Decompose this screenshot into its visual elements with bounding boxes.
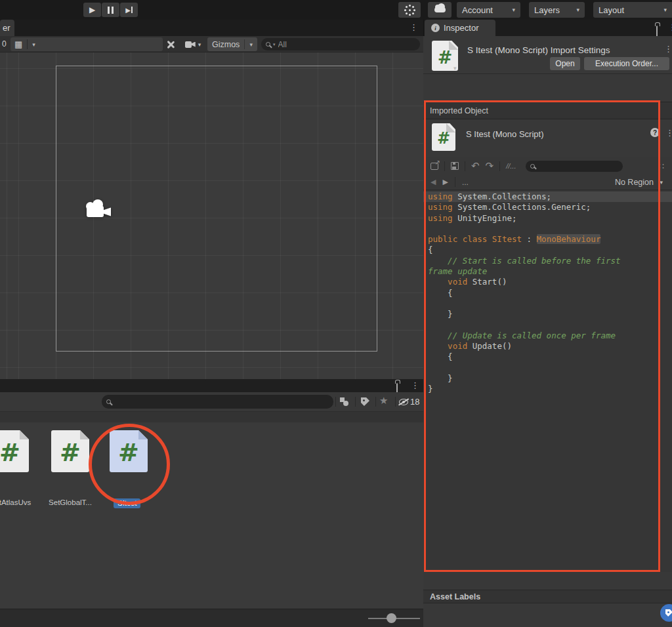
grid-settings-bar[interactable]: ▦ ▾ xyxy=(10,37,163,51)
asset-item-selected[interactable]: # SItest xyxy=(110,430,148,516)
asset-labels-header[interactable]: Asset Labels xyxy=(423,590,672,603)
project-search-input[interactable] xyxy=(114,397,329,407)
chevron-down-icon: ▾ xyxy=(198,41,201,48)
script-file-icon: # xyxy=(0,430,29,472)
left-panel-tab[interactable]: er xyxy=(0,20,14,36)
execution-order-button[interactable]: Execution Order... xyxy=(584,57,669,70)
play-button[interactable]: ▶ xyxy=(83,3,101,17)
divider xyxy=(395,397,396,407)
script-menu-icon[interactable]: ⋮ xyxy=(665,129,672,137)
scene-toolbar: 0 ▦ ▾ ▾ Gizmos ▾ ▾ xyxy=(0,36,423,52)
favorites-star-icon[interactable]: ★ xyxy=(379,395,388,407)
open-external-icon[interactable] xyxy=(430,163,438,170)
pause-button[interactable] xyxy=(102,3,119,17)
open-button[interactable]: Open xyxy=(550,57,580,70)
gizmos-label: Gizmos xyxy=(212,40,240,49)
inspector-header-menu-icon[interactable]: ⋮ xyxy=(664,45,672,53)
scene-search-field[interactable]: ▾ xyxy=(261,38,420,51)
account-dropdown[interactable]: Account ▾ xyxy=(457,2,520,18)
code-search-field[interactable] xyxy=(526,161,623,172)
search-by-label-button[interactable] xyxy=(361,397,369,406)
search-by-type-button[interactable] xyxy=(340,397,348,406)
left-panel-tab-label: er xyxy=(3,23,10,33)
divider xyxy=(335,397,336,407)
ellipsis-button[interactable]: ... xyxy=(462,178,469,187)
pause-icon xyxy=(108,7,114,14)
project-menu-icon[interactable]: ⋮ xyxy=(411,381,419,390)
activity-indicator-icon xyxy=(409,9,411,11)
tab-inspector[interactable]: i Inspector xyxy=(425,20,495,36)
gizmos-dropdown[interactable]: Gizmos ▾ xyxy=(207,37,257,51)
layout-label: Layout xyxy=(598,5,624,15)
inspector-menu-icon[interactable]: ⋮ xyxy=(668,23,672,31)
chevron-down-icon: ▾ xyxy=(663,7,667,13)
camera-icon xyxy=(185,41,196,48)
layout-dropdown[interactable]: Layout ▾ xyxy=(593,2,672,18)
search-icon xyxy=(530,164,535,169)
info-icon: i xyxy=(431,24,440,32)
cloud-button[interactable] xyxy=(428,2,452,18)
search-by-label-icon xyxy=(361,397,369,406)
inspector-title: S Itest (Mono Script) Import Settings xyxy=(467,45,610,55)
shortcuts-icon[interactable]: ∷ xyxy=(659,161,664,171)
chevron-down-icon: ▾ xyxy=(576,7,579,13)
redo-icon[interactable]: ↷ xyxy=(486,160,494,172)
code-nav-bar: ◀ ▶ ... No Region ▾ xyxy=(423,174,672,190)
asset-item[interactable]: # SetGlobalT... xyxy=(51,430,89,516)
nav-forward-icon[interactable]: ▶ xyxy=(442,178,448,186)
left-panel-menu-icon[interactable]: ⋮ xyxy=(410,23,418,31)
no-region-dropdown[interactable]: No Region xyxy=(615,178,654,187)
step-button[interactable]: ▶ xyxy=(120,3,138,17)
project-toolbar: ★ 18 xyxy=(0,392,423,412)
script-file-icon: # xyxy=(110,430,148,472)
save-icon[interactable] xyxy=(451,162,459,170)
account-label: Account xyxy=(462,5,493,15)
undo-icon[interactable]: ↶ xyxy=(471,160,480,172)
camera-gizmo-icon[interactable] xyxy=(85,198,113,219)
project-search-field[interactable] xyxy=(102,395,333,409)
script-title: S Itest (Mono Script) xyxy=(466,129,543,139)
code-block: using System.Collections;using System.Co… xyxy=(423,190,672,572)
activity-indicator-button[interactable] xyxy=(398,2,421,18)
divider xyxy=(355,397,356,407)
nav-back-icon[interactable]: ◀ xyxy=(430,178,436,186)
tab-bar: er ⋮ i Inspector ⋮ xyxy=(0,20,672,36)
code-toolbar: ↶ ↷ //... ∷ xyxy=(423,157,672,174)
project-content-top-strip xyxy=(0,412,423,422)
project-content[interactable]: # tAtlasUvs # SetGlobalT... # SItest xyxy=(0,412,423,609)
scene-view[interactable] xyxy=(0,52,423,379)
comment-button[interactable]: //... xyxy=(506,162,516,170)
script-file-icon: # xyxy=(432,123,455,151)
divider xyxy=(375,397,376,407)
scene-search-input[interactable] xyxy=(278,40,415,49)
project-status-bar xyxy=(0,609,423,627)
zoom-slider[interactable] xyxy=(387,613,396,623)
layers-dropdown[interactable]: Layers ▾ xyxy=(529,2,585,18)
hidden-count: 18 xyxy=(410,397,419,407)
chevron-down-icon[interactable]: ▾ xyxy=(453,65,457,71)
chevron-down-icon: ▾ xyxy=(249,41,253,48)
main-toolbar: ▶ ▶ Account ▾ Layers ▾ Layout ▾ xyxy=(0,0,672,20)
asset-labels-tag-button[interactable] xyxy=(660,604,672,622)
play-icon: ▶ xyxy=(89,5,95,14)
divider xyxy=(244,39,245,49)
search-icon xyxy=(266,42,270,47)
code-search-input[interactable] xyxy=(537,161,618,171)
step-icon: ▶ xyxy=(125,7,133,14)
hidden-items-toggle[interactable] xyxy=(398,399,409,405)
project-header-bar: ⋮ xyxy=(0,379,423,392)
search-by-type-icon xyxy=(340,397,348,406)
inspector-tab-label: Inspector xyxy=(444,23,478,33)
asset-label-selected: SItest xyxy=(114,498,140,508)
help-icon[interactable]: ? xyxy=(650,128,660,137)
script-file-icon: # xyxy=(51,430,89,472)
divider xyxy=(423,73,672,74)
chevron-down-icon: ▾ xyxy=(32,41,35,48)
grid-icon: ▦ xyxy=(14,39,22,49)
divider xyxy=(444,161,445,171)
divider xyxy=(455,177,455,187)
cloud-icon xyxy=(434,7,446,12)
divider xyxy=(465,161,465,171)
chevron-down-icon: ▾ xyxy=(273,42,276,47)
camera-view-dropdown[interactable]: ▾ xyxy=(181,37,205,51)
